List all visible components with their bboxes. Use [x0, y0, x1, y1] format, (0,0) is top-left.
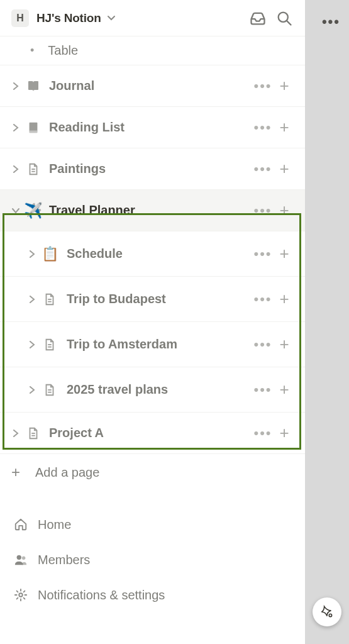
- add-icon[interactable]: +: [275, 76, 294, 96]
- page-travel-planner[interactable]: ✈️ Travel Planner ••• +: [0, 190, 305, 231]
- gear-icon: [11, 588, 30, 602]
- svg-line-1: [287, 21, 291, 25]
- more-icon[interactable]: •••: [251, 246, 275, 262]
- svg-point-16: [19, 593, 23, 597]
- page-more-icon[interactable]: •••: [322, 14, 340, 30]
- bullet-icon: •: [30, 44, 34, 57]
- subpage-label: Table: [48, 43, 78, 58]
- add-icon[interactable]: +: [275, 335, 294, 354]
- add-icon[interactable]: +: [275, 201, 294, 220]
- page-label: Project A: [49, 426, 251, 440]
- subpage-schedule[interactable]: 📋 Schedule ••• +: [0, 231, 305, 277]
- page-label: Trip to Budapest: [67, 292, 251, 306]
- page-label: Journal: [49, 79, 251, 93]
- add-icon[interactable]: +: [275, 289, 294, 309]
- nav-settings[interactable]: Notifications & settings: [0, 577, 305, 613]
- page-paintings[interactable]: Paintings ••• +: [0, 148, 305, 190]
- page-journal[interactable]: Journal ••• +: [0, 65, 305, 107]
- book-icon: [23, 121, 44, 135]
- nav-home[interactable]: Home: [0, 507, 305, 542]
- page-label: Paintings: [49, 162, 251, 176]
- page-label: Trip to Amsterdam: [67, 337, 251, 352]
- more-icon[interactable]: •••: [251, 425, 275, 441]
- add-icon[interactable]: +: [275, 118, 294, 137]
- more-icon[interactable]: •••: [251, 336, 275, 353]
- sidebar: H HJ's Notion • Table Journal ••• +: [0, 0, 305, 644]
- page-reading-list[interactable]: Reading List ••• +: [0, 107, 305, 148]
- members-icon: [11, 553, 30, 567]
- svg-point-15: [22, 557, 26, 560]
- chevron-right-icon[interactable]: [9, 124, 23, 131]
- add-icon[interactable]: +: [275, 423, 294, 443]
- page-label: Travel Planner: [49, 203, 251, 218]
- nav-members[interactable]: Members: [0, 542, 305, 577]
- chevron-right-icon[interactable]: [9, 430, 23, 437]
- chevron-right-icon[interactable]: [25, 296, 39, 303]
- nav-label: Members: [38, 553, 90, 567]
- more-icon[interactable]: •••: [251, 161, 275, 177]
- page-project-a[interactable]: Project A ••• +: [0, 413, 305, 454]
- add-page-label: Add a page: [35, 465, 99, 480]
- subpage-budapest[interactable]: Trip to Budapest ••• +: [0, 277, 305, 322]
- topbar: H HJ's Notion: [0, 0, 305, 36]
- page-label: Schedule: [67, 247, 251, 261]
- schedule-icon: 📋: [39, 246, 60, 262]
- journal-icon: [23, 79, 44, 94]
- page-label: 2025 travel plans: [67, 382, 251, 397]
- search-icon[interactable]: [271, 5, 297, 31]
- subpage-2025-plans[interactable]: 2025 travel plans ••• +: [0, 367, 305, 413]
- nav-label: Home: [38, 518, 71, 532]
- inbox-icon[interactable]: [245, 5, 271, 31]
- add-icon[interactable]: +: [275, 244, 294, 264]
- assistant-fab[interactable]: [313, 597, 341, 626]
- page-icon: [39, 292, 60, 306]
- chevron-right-icon[interactable]: [25, 250, 39, 258]
- more-icon[interactable]: •••: [251, 382, 275, 398]
- plus-icon: +: [11, 464, 28, 481]
- page-icon: [23, 426, 44, 440]
- svg-rect-3: [30, 130, 38, 133]
- chevron-right-icon[interactable]: [25, 341, 39, 348]
- content-area-collapsed: •••: [305, 0, 349, 644]
- svg-point-14: [17, 555, 21, 560]
- workspace-badge[interactable]: H: [11, 9, 29, 27]
- more-icon[interactable]: •••: [251, 78, 275, 94]
- workspace-name[interactable]: HJ's Notion: [36, 11, 101, 25]
- subpage-amsterdam[interactable]: Trip to Amsterdam ••• +: [0, 322, 305, 367]
- page-label: Reading List: [49, 120, 251, 135]
- page-list: • Table Journal ••• + Reading List ••• +: [0, 36, 305, 644]
- more-icon[interactable]: •••: [251, 119, 275, 136]
- add-icon[interactable]: +: [275, 380, 294, 399]
- footer-nav: Home Members Notifications & settings: [0, 507, 305, 613]
- subpage-table[interactable]: • Table: [0, 36, 305, 65]
- chevron-down-icon[interactable]: [9, 207, 23, 214]
- chevron-down-icon[interactable]: [106, 13, 116, 23]
- more-icon[interactable]: •••: [251, 291, 275, 308]
- svg-point-17: [329, 614, 331, 616]
- chevron-right-icon[interactable]: [9, 82, 23, 90]
- nav-label: Notifications & settings: [38, 588, 165, 602]
- airplane-icon: ✈️: [23, 202, 44, 219]
- page-icon: [23, 162, 44, 176]
- page-icon: [39, 383, 60, 397]
- chevron-right-icon[interactable]: [25, 386, 39, 394]
- page-icon: [39, 338, 60, 352]
- home-icon: [11, 518, 30, 531]
- more-icon[interactable]: •••: [251, 203, 275, 219]
- add-icon[interactable]: +: [275, 159, 294, 179]
- chevron-right-icon[interactable]: [9, 165, 23, 173]
- add-page-button[interactable]: + Add a page: [0, 454, 305, 491]
